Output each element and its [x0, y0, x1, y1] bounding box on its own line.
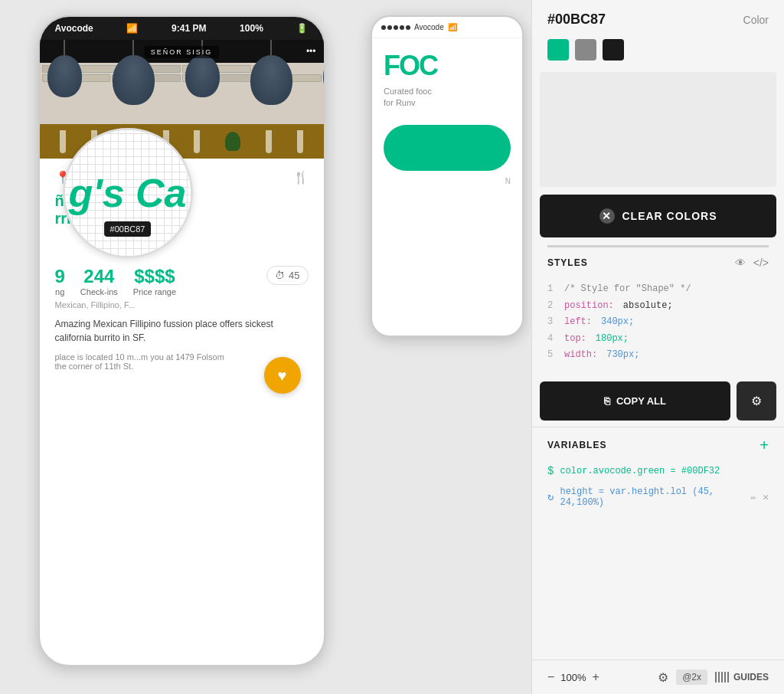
magnifier-content: g's Ca #00BC87 [65, 130, 191, 256]
wifi-icon: 📶 [126, 23, 138, 34]
wine-glass-6 [297, 130, 303, 153]
color-hex-label: #00BC87 [547, 11, 606, 28]
variable-actions: ✏ ✕ [750, 491, 769, 503]
guides-button[interactable]: GUIDES [715, 672, 769, 683]
magnifier-overlay: g's Ca #00BC87 [63, 128, 193, 258]
variable-item-2: ↻ height = var.height.lol (45, 24,100%) … [532, 482, 784, 512]
code-block: 1 /* Style for "Shape" */ 2 position: ab… [532, 275, 784, 375]
phone2-nav-text: N [384, 177, 511, 185]
styles-icons: 👁 </> [735, 257, 769, 269]
phone2-wifi-icon: 📶 [448, 23, 457, 31]
footer-settings-button[interactable]: ⚙ [658, 670, 668, 685]
battery-label: 100% [240, 23, 263, 34]
inspector-footer: − 100% + ⚙ @2x GUIDES [532, 660, 784, 694]
inspector-panel: #00BC87 Color ✕ CLEAR COLORS STYLES 👁 </… [531, 0, 784, 694]
timer-value: 45 [289, 270, 299, 281]
inspector-header: #00BC87 Color [532, 0, 784, 39]
code-line-2: 2 position: absolute; [547, 298, 769, 315]
lamp-5 [323, 40, 324, 105]
delete-variable-button[interactable]: ✕ [763, 491, 769, 503]
copy-icon: ⎘ [604, 395, 610, 407]
phone2-subtitle: Curated fooc for Runv [384, 86, 511, 110]
stat-checkins: 244 Check-ins [80, 266, 118, 296]
plant-2 [225, 132, 240, 151]
variables-section: VARIABLES + $ color.avocode.green = #00D… [532, 427, 784, 660]
lamp-1 [47, 40, 82, 105]
variable-func-icon: ↻ [547, 490, 554, 503]
code-line-3: 3 left: 340px; [547, 314, 769, 331]
left-panel: Avocode 📶 9:41 PM 100% 🔋 SEÑOR SISIG ••• [0, 0, 363, 694]
clock-icon: ⏱ [275, 270, 285, 281]
zoom-minus-button[interactable]: − [547, 670, 554, 684]
swatch-green[interactable] [547, 39, 569, 61]
copy-all-button[interactable]: ⎘ COPY ALL [540, 381, 730, 421]
color-preview-area [540, 72, 776, 187]
guides-icon [715, 672, 729, 683]
swatch-dark[interactable] [603, 39, 624, 61]
menu-dots[interactable]: ••• [306, 46, 316, 57]
zoom-value-label: 100% [560, 672, 586, 683]
variable-color-icon: $ [547, 465, 554, 477]
middle-panel: Avocode 📶 FOC Curated fooc for Runv N [363, 0, 531, 694]
clear-colors-button[interactable]: ✕ CLEAR COLORS [540, 195, 776, 237]
add-variable-button[interactable]: + [760, 437, 769, 454]
variable-color-text: color.avocode.green = #00DF32 [560, 466, 720, 476]
magnifier-text: g's Ca [69, 173, 187, 213]
heart-fab-button[interactable]: ♥ [264, 357, 301, 394]
clear-colors-label: CLEAR COLORS [622, 210, 717, 222]
zoom-plus-button[interactable]: + [593, 670, 599, 684]
stat-price: $$$$ Price range [133, 266, 176, 296]
fork-icon: 🍴 [293, 170, 309, 185]
stat-rating: 9 ng [55, 266, 65, 296]
swatch-gray[interactable] [575, 39, 596, 61]
lamp-4 [250, 40, 292, 105]
variable-func-text: height = var.height.lol (45, 24,100%) [560, 486, 744, 508]
restaurant-info: 📍 🍴 g's Ca #00BC87 ñor S rrito [40, 159, 324, 382]
signal-dots [381, 25, 410, 30]
clear-icon: ✕ [599, 208, 615, 224]
copy-all-label: COPY ALL [616, 395, 666, 407]
restaurant-description: Amazing Mexican Fillipino fussion place … [55, 317, 309, 345]
edit-variable-button[interactable]: ✏ [750, 491, 756, 503]
color-swatches [532, 39, 784, 72]
phone2-carrier: Avocode [414, 23, 444, 31]
eye-icon[interactable]: 👁 [735, 257, 746, 269]
phone2-cta-button[interactable] [384, 125, 511, 171]
phone-mockup-1: Avocode 📶 9:41 PM 100% 🔋 SEÑOR SISIG ••• [38, 15, 325, 666]
retina-label[interactable]: @2x [676, 669, 707, 685]
timer-badge: ⏱ 45 [266, 266, 308, 285]
phone-mockup-2: Avocode 📶 FOC Curated fooc for Runv N [371, 15, 524, 337]
code-line-5: 5 width: 730px; [547, 347, 769, 364]
code-line-1: 1 /* Style for "Shape" */ [547, 281, 769, 298]
phone2-app-title: FOC [384, 50, 511, 82]
styles-header: STYLES 👁 </> [532, 247, 784, 275]
styles-title: STYLES [547, 257, 588, 268]
status-bar-1: Avocode 📶 9:41 PM 100% 🔋 [40, 17, 324, 40]
cuisine-tag: Mexican, Fillipino, F... [55, 300, 309, 309]
variables-header: VARIABLES + [532, 427, 784, 460]
variables-title: VARIABLES [547, 440, 606, 450]
restaurant-name-bar: SEÑOR SISIG [145, 46, 219, 58]
wine-glass-5 [266, 130, 272, 153]
code-line-4: 4 top: 180px; [547, 331, 769, 348]
action-buttons: ⎘ COPY ALL ⚙ [532, 375, 784, 427]
code-icon[interactable]: </> [753, 257, 769, 269]
color-tab-label: Color [743, 14, 769, 26]
color-tooltip: #00BC87 [104, 221, 152, 237]
zoom-controls: − 100% + [547, 670, 599, 684]
phone2-content: FOC Curated fooc for Runv N [372, 38, 522, 197]
wine-glass-4 [194, 130, 200, 153]
guides-label: GUIDES [733, 672, 769, 683]
styles-settings-button[interactable]: ⚙ [737, 381, 776, 421]
phone2-status-bar: Avocode 📶 [372, 17, 522, 38]
carrier-label: Avocode [55, 23, 93, 34]
time-label: 9:41 PM [172, 23, 206, 34]
variable-item-1: $ color.avocode.green = #00DF32 [532, 460, 784, 482]
stats-row: 9 ng 244 Check-ins $$$$ Price range ⏱ 45 [55, 266, 309, 296]
